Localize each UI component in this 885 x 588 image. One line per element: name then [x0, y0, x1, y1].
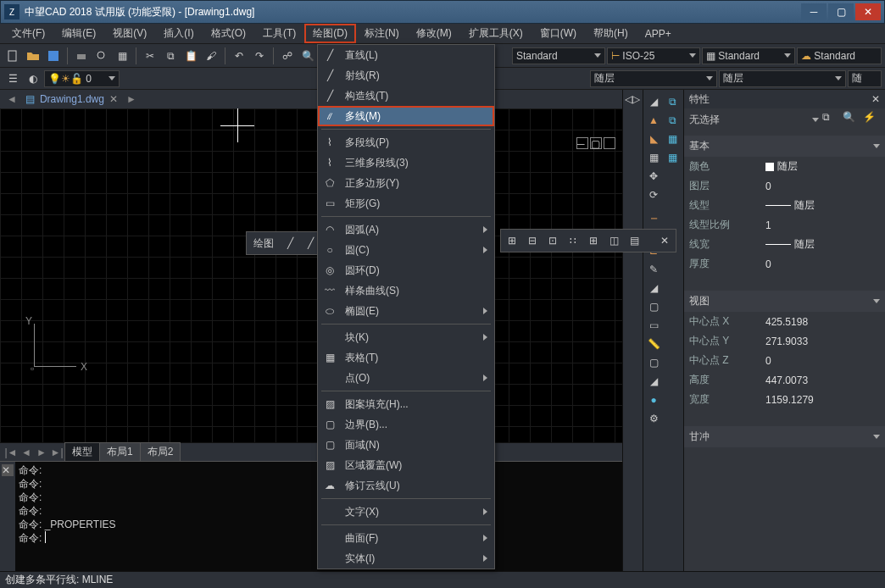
color-combo[interactable]: 随层	[590, 70, 717, 87]
publish-icon[interactable]: ▦	[113, 47, 131, 65]
menu-file[interactable]: 文件(F)	[3, 24, 53, 43]
menu-dim[interactable]: 标注(N)	[356, 24, 408, 43]
menu-edit[interactable]: 编辑(E)	[53, 24, 104, 43]
property-value[interactable]: 447.0073	[765, 373, 880, 387]
mlstyle-combo[interactable]: ☁ Standard	[797, 47, 882, 64]
viewport-controls[interactable]: ─▢	[576, 137, 615, 149]
nav-up-icon[interactable]: ◁▷	[625, 93, 642, 110]
menu-format[interactable]: 格式(O)	[203, 24, 254, 43]
menu-item[interactable]: ⌇三维多段线(3)	[318, 153, 494, 173]
array-icon[interactable]: ◣	[645, 130, 662, 147]
menu-item[interactable]: ⬠正多边形(Y)	[318, 173, 494, 193]
cut-icon[interactable]: ✂	[141, 47, 159, 65]
property-value[interactable]: 随层	[765, 198, 880, 213]
property-row[interactable]: 宽度1159.1279	[684, 390, 885, 409]
menu-item[interactable]: ☁修订云线(U)	[318, 475, 494, 496]
property-row[interactable]: 中心点 Y271.9033	[684, 331, 885, 351]
ft-line-icon[interactable]: ╱	[281, 234, 299, 252]
property-row[interactable]: 中心点 Z0	[684, 351, 885, 370]
erase-icon[interactable]: ◢	[645, 93, 662, 110]
menu-item[interactable]: ╱直线(L)	[318, 45, 494, 65]
menu-item[interactable]: ╱射线(R)	[318, 65, 494, 86]
menu-item[interactable]: ▢面域(N)	[318, 435, 494, 455]
group-basic[interactable]: 基本	[689, 139, 710, 153]
minimize-button[interactable]: ─	[801, 3, 827, 20]
properties-close-icon[interactable]: ✕	[871, 93, 880, 105]
st-icon[interactable]: ▤	[625, 231, 643, 250]
document-tab[interactable]: ▤ Drawing1.dwg ✕	[20, 92, 123, 107]
close-tab-icon[interactable]: ✕	[109, 93, 118, 105]
command-window[interactable]: ✕ 命令: 命令: 命令: 命令: 命令: _PROPERTIES 命令:	[0, 461, 622, 571]
tab-first-icon[interactable]: |◄	[3, 447, 19, 458]
menu-ext[interactable]: 扩展工具(X)	[460, 24, 532, 43]
menu-tools[interactable]: 工具(T)	[254, 24, 304, 43]
misc-icon[interactable]: ⚙	[645, 410, 662, 427]
property-value[interactable]: 0	[765, 257, 880, 271]
property-value[interactable]: 1159.1279	[765, 392, 880, 407]
undo-icon[interactable]: ↶	[230, 47, 248, 65]
property-value[interactable]: 0	[765, 179, 880, 193]
st-icon[interactable]: ⊡	[543, 231, 562, 250]
property-row[interactable]: 线型随层	[684, 196, 885, 215]
property-value[interactable]: 271.9033	[765, 334, 880, 348]
menu-app[interactable]: APP+	[637, 25, 680, 42]
layer-state-icon[interactable]: ◐	[24, 69, 42, 88]
menu-item[interactable]: 实体(I)	[318, 548, 494, 569]
st-icon[interactable]: ⊞	[584, 231, 603, 250]
paste-icon[interactable]: 📋	[181, 47, 200, 65]
menu-item[interactable]: ▨区域覆盖(W)	[318, 455, 494, 475]
maximize-button[interactable]: ▢	[828, 3, 854, 20]
tablestyle-combo[interactable]: ▦ Standard	[702, 47, 795, 64]
st-icon[interactable]: ∷	[564, 231, 582, 250]
region-icon[interactable]: ▢	[645, 354, 662, 371]
menu-item[interactable]: 曲面(F)	[318, 528, 494, 548]
menu-item[interactable]: 点(O)	[318, 368, 494, 388]
flash-icon[interactable]: ⚡	[863, 111, 880, 128]
menu-item[interactable]: ▢边界(B)...	[318, 414, 494, 435]
st-close-icon[interactable]: ✕	[655, 231, 674, 250]
close-button[interactable]: ✕	[855, 3, 881, 20]
property-row[interactable]: 图层0	[684, 176, 885, 196]
chamfer-icon[interactable]: ◢	[645, 280, 662, 297]
tab-layout2[interactable]: 布局2	[140, 442, 181, 462]
open-icon[interactable]	[24, 47, 42, 65]
property-row[interactable]: 线型比例1	[684, 215, 885, 235]
linetype-combo[interactable]: 随层	[719, 70, 846, 87]
fillet-icon[interactable]: ▢	[645, 298, 662, 315]
join-icon[interactable]: ✎	[645, 261, 662, 278]
rotate-icon[interactable]: ▦	[645, 149, 662, 166]
cmd-close-icon[interactable]: ✕	[2, 464, 14, 476]
offset-icon[interactable]: ⧉	[664, 112, 681, 129]
menu-insert[interactable]: 插入(I)	[155, 24, 202, 43]
group-misc[interactable]: 甘冲	[689, 430, 710, 444]
wipeout-icon[interactable]: ◢	[645, 373, 662, 390]
property-value[interactable]: 随层	[765, 159, 880, 174]
property-row[interactable]: 线宽随层	[684, 235, 885, 254]
menu-item[interactable]: ⬭椭圆(E)	[318, 301, 494, 321]
new-icon[interactable]	[3, 47, 22, 65]
copy-icon[interactable]: ⧉	[161, 47, 180, 65]
menu-draw[interactable]: 绘图(D)	[304, 24, 356, 43]
explode-icon[interactable]: ▭	[645, 317, 662, 334]
menu-item[interactable]: ◎圆环(D)	[318, 260, 494, 280]
secondary-toolbar[interactable]: ⊞ ⊟ ⊡ ∷ ⊞ ◫ ▤ ✕	[500, 229, 676, 252]
menu-item[interactable]: ▦表格(T)	[318, 347, 494, 368]
group-view[interactable]: 视图	[689, 294, 710, 308]
rotate2-icon[interactable]: ⟳	[645, 186, 662, 203]
render-icon[interactable]: ●	[645, 391, 662, 408]
preview-icon[interactable]	[92, 47, 111, 65]
tab-last-icon[interactable]: ►|	[49, 447, 64, 458]
pickadd-icon[interactable]: 🔍	[843, 111, 860, 128]
redo-icon[interactable]: ↷	[250, 47, 269, 65]
st-icon[interactable]: ⊞	[503, 231, 521, 250]
st-icon[interactable]: ⊟	[523, 231, 542, 250]
match-icon[interactable]: 🖌	[202, 47, 220, 65]
menu-item[interactable]: ▭矩形(G)	[318, 193, 494, 214]
tab-next2-icon[interactable]: ►	[34, 447, 49, 458]
menu-item[interactable]: 块(K)	[318, 327, 494, 347]
menu-item[interactable]: ○圆(C)	[318, 240, 494, 260]
property-row[interactable]: 高度447.0073	[684, 370, 885, 390]
mirror-icon[interactable]: ▲	[645, 112, 662, 129]
tab-layout1[interactable]: 布局1	[99, 442, 141, 462]
property-value[interactable]: 1	[765, 218, 880, 232]
